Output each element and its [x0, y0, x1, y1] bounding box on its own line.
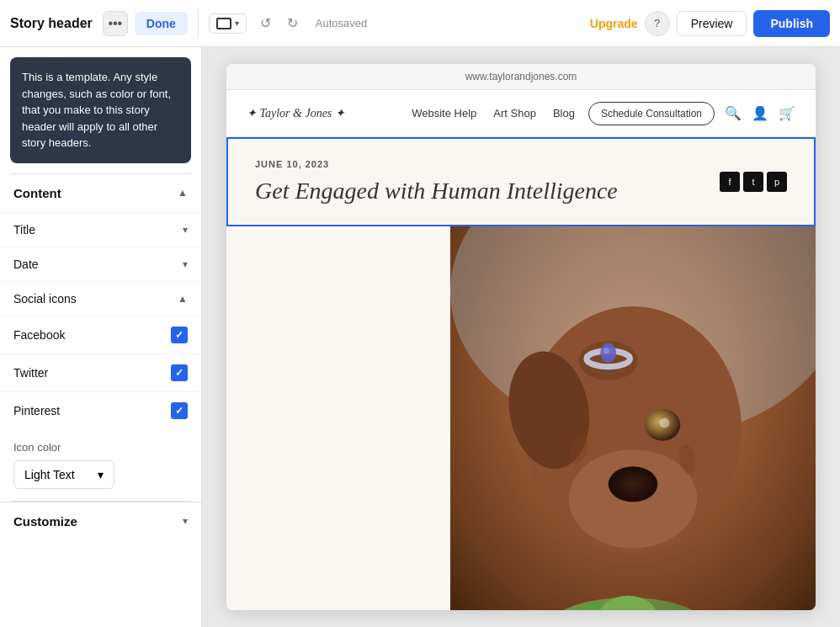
icon-color-dropdown[interactable]: Light Text ▾ [13, 460, 114, 489]
svg-point-11 [603, 348, 609, 353]
help-button[interactable]: ? [645, 11, 670, 36]
icon-color-label: Icon color [13, 441, 188, 454]
nav-cta-button[interactable]: Schedule Consultation [588, 102, 715, 125]
date-label: Date [13, 258, 39, 271]
customize-section-header[interactable]: Customize ▾ [0, 502, 201, 540]
icon-color-section: Icon color Light Text ▾ [0, 429, 201, 501]
nav-link-blog[interactable]: Blog [553, 107, 575, 120]
nav-icon-group: 🔍 👤 🛒 [725, 105, 795, 121]
dog-svg [450, 226, 816, 610]
site-logo: ✦ Taylor & Jones ✦ [247, 106, 345, 120]
nav-links: Website Help Art Shop Blog [412, 107, 575, 120]
date-item[interactable]: Date ▾ [0, 247, 201, 281]
site-nav: ✦ Taylor & Jones ✦ Website Help Art Shop… [226, 90, 816, 137]
twitter-row: Twitter [0, 353, 201, 391]
pinterest-social-icon[interactable]: p [767, 172, 787, 192]
hero-right-image [450, 226, 816, 610]
preview-button[interactable]: Preview [677, 11, 747, 36]
hero-image-area [226, 226, 816, 610]
customize-section: Customize ▾ [0, 502, 201, 540]
story-header: JUNE 10, 2023 Get Engaged with Human Int… [226, 137, 816, 226]
search-icon[interactable]: 🔍 [725, 105, 742, 121]
dog-image [450, 226, 816, 610]
undo-button[interactable]: ↺ [253, 11, 279, 36]
toolbar: Story header ••• Done ▾ ↺ ↻ Autosaved Up… [0, 0, 840, 47]
facebook-row: Facebook [0, 316, 201, 353]
info-text: This is a template. Any style changes, s… [22, 71, 171, 149]
story-header-content: JUNE 10, 2023 Get Engaged with Human Int… [255, 159, 618, 205]
desktop-icon [216, 18, 231, 29]
social-icons-chevron-up-icon: ▲ [178, 293, 188, 305]
cart-icon[interactable]: 🛒 [779, 105, 795, 121]
pinterest-checkbox[interactable] [171, 402, 188, 419]
title-chevron-icon: ▾ [183, 224, 188, 236]
toolbar-right: Upgrade ? Preview Publish [590, 10, 830, 37]
device-selector[interactable]: ▾ [209, 13, 247, 34]
pinterest-label: Pinterest [13, 404, 60, 417]
pinterest-row: Pinterest [0, 391, 201, 429]
twitter-checkbox[interactable] [171, 364, 188, 381]
twitter-label: Twitter [13, 366, 48, 380]
customize-chevron-icon: ▾ [183, 515, 188, 527]
title-item[interactable]: Title ▾ [0, 212, 201, 247]
social-icons-row: f t p [720, 172, 787, 192]
story-date: JUNE 10, 2023 [255, 159, 618, 169]
browser-frame: www.taylorandjones.com ✦ Taylor & Jones … [226, 64, 816, 610]
content-label: Content [13, 186, 61, 200]
undo-redo-group: ↺ ↻ [253, 11, 306, 36]
svg-point-6 [660, 418, 670, 428]
preview-area: www.taylorandjones.com ✦ Taylor & Jones … [202, 47, 840, 627]
redo-button[interactable]: ↻ [280, 11, 306, 36]
done-button[interactable]: Done [135, 12, 188, 35]
facebook-checkbox[interactable] [171, 327, 188, 343]
dropdown-chevron-icon: ▾ [98, 468, 104, 481]
nav-link-website-help[interactable]: Website Help [412, 107, 476, 120]
app-title: Story header [10, 16, 93, 31]
color-value: Light Text [24, 468, 75, 481]
site-url: www.taylorandjones.com [465, 71, 577, 82]
browser-address-bar: www.taylorandjones.com [226, 64, 816, 90]
main-layout: This is a template. Any style changes, s… [0, 47, 840, 627]
social-icons-label: Social icons [13, 292, 77, 306]
svg-point-4 [609, 466, 658, 502]
left-panel: This is a template. Any style changes, s… [0, 47, 202, 627]
customize-label: Customize [13, 514, 77, 529]
content-section-header[interactable]: Content ▲ [0, 174, 201, 212]
facebook-social-icon[interactable]: f [720, 172, 740, 192]
facebook-label: Facebook [13, 328, 65, 342]
title-label: Title [13, 223, 35, 236]
separator-1 [198, 10, 199, 37]
content-chevron-up-icon: ▲ [178, 187, 188, 199]
publish-button[interactable]: Publish [753, 10, 830, 37]
story-title: Get Engaged with Human Intelligence [255, 178, 618, 205]
twitter-social-icon[interactable]: t [743, 172, 763, 192]
autosaved-status: Autosaved [316, 17, 367, 29]
chevron-down-icon: ▾ [235, 19, 239, 28]
user-icon[interactable]: 👤 [752, 105, 768, 121]
upgrade-button[interactable]: Upgrade [590, 17, 638, 30]
date-chevron-icon: ▾ [183, 258, 188, 270]
template-info-box: This is a template. Any style changes, s… [10, 57, 191, 163]
nav-link-art-shop[interactable]: Art Shop [493, 107, 536, 120]
more-options-button[interactable]: ••• [103, 11, 128, 36]
hero-left-space [226, 226, 450, 610]
social-icons-item[interactable]: Social icons ▲ [0, 281, 201, 316]
